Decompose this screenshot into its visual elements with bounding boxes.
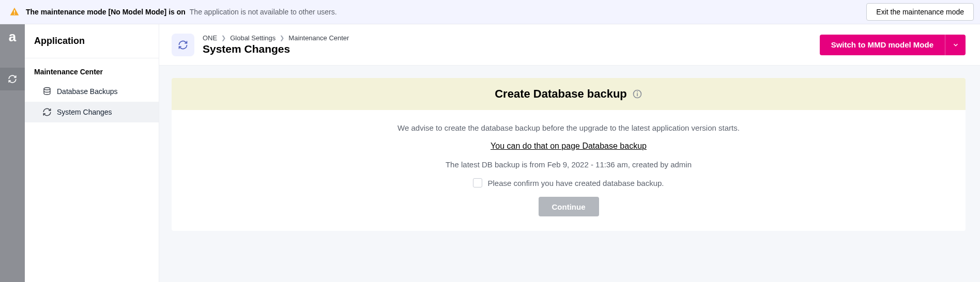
svg-rect-0 — [14, 10, 15, 13]
database-backup-link[interactable]: You can do that on page Database backup — [491, 142, 647, 150]
breadcrumb: ONE ❯ Global Settings ❯ Maintenance Cent… — [203, 34, 349, 42]
latest-backup-text: The latest DB backup is from Feb 9, 2022… — [446, 160, 692, 169]
refresh-icon — [8, 74, 17, 84]
continue-button[interactable]: Continue — [539, 197, 599, 216]
exit-maintenance-button[interactable]: Exit the maintenance mode — [866, 3, 974, 21]
confirm-backup-label[interactable]: Please confirm you have created database… — [487, 179, 664, 187]
refresh-icon — [178, 40, 188, 50]
page-title: System Changes — [203, 43, 349, 55]
breadcrumb-one[interactable]: ONE — [203, 34, 217, 42]
maintenance-banner: The maintenance mode [No Model Mode] is … — [0, 0, 980, 24]
breadcrumb-mc[interactable]: Maintenance Center — [288, 34, 349, 42]
sidebar: Application Maintenance Center Database … — [25, 24, 159, 282]
app-logo[interactable]: a — [0, 24, 25, 49]
banner-light-text: The application is not available to othe… — [190, 8, 337, 16]
confirm-backup-checkbox[interactable] — [473, 178, 482, 187]
left-rail: a — [0, 24, 25, 282]
svg-point-2 — [44, 88, 50, 90]
sidebar-title: Application — [25, 24, 159, 58]
chevron-down-icon — [952, 41, 959, 49]
chevron-right-icon: ❯ — [280, 35, 284, 41]
rail-maintenance-button[interactable] — [0, 68, 25, 90]
banner-strong-text: The maintenance mode [No Model Mode] is … — [26, 8, 186, 16]
card-header: Create Database backup — [172, 78, 966, 110]
create-backup-card: Create Database backup We advise to crea… — [172, 78, 966, 231]
svg-rect-1 — [14, 13, 15, 14]
database-icon — [42, 87, 52, 96]
switch-mode-button[interactable]: Switch to MMD model Mode — [820, 35, 945, 55]
warning-icon — [9, 7, 20, 17]
sidebar-item-database-backups[interactable]: Database Backups — [25, 81, 159, 102]
card-title: Create Database backup — [495, 87, 627, 101]
breadcrumb-global[interactable]: Global Settings — [230, 34, 275, 42]
refresh-icon — [42, 107, 52, 117]
switch-mode-group: Switch to MMD model Mode — [820, 35, 966, 55]
page-icon-box — [172, 34, 194, 56]
main-content: Create Database backup We advise to crea… — [159, 66, 980, 282]
switch-mode-dropdown[interactable] — [945, 35, 966, 55]
main-area: ONE ❯ Global Settings ❯ Maintenance Cent… — [159, 24, 980, 282]
sidebar-item-label: Database Backups — [57, 87, 118, 96]
svg-point-5 — [637, 91, 638, 92]
main-header: ONE ❯ Global Settings ❯ Maintenance Cent… — [159, 24, 980, 66]
backup-advice-text: We advise to create the database backup … — [397, 123, 740, 132]
sidebar-item-label: System Changes — [57, 108, 112, 116]
sidebar-section-label: Maintenance Center — [25, 58, 159, 81]
info-icon[interactable] — [632, 89, 642, 99]
chevron-right-icon: ❯ — [221, 35, 226, 41]
sidebar-item-system-changes[interactable]: System Changes — [25, 102, 159, 122]
